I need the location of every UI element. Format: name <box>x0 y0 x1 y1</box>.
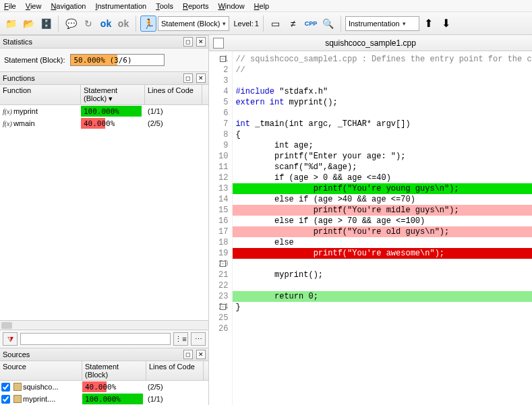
line-number: 1− <box>218 54 228 65</box>
code-line <box>233 259 532 270</box>
close-icon[interactable]: ✕ <box>196 73 206 83</box>
sources-table-body: squishco...40.000%(2/5)myprint....100.00… <box>0 381 208 405</box>
close-icon[interactable]: ✕ <box>196 37 206 46</box>
editor-filename: squishcoco_sample1.cpp <box>325 38 416 48</box>
code-line: { <box>233 129 532 140</box>
loc-cell: (2/5) <box>146 381 204 393</box>
code-view[interactable]: 1−234567891011121314151617181920−2122232… <box>209 51 532 405</box>
menubar: FileViewNavigationInstrumentationToolsRe… <box>0 0 532 12</box>
undock-icon[interactable]: ◻ <box>183 350 193 359</box>
function-row[interactable]: f(x) myprint100.000%(1/1) <box>0 105 208 117</box>
menu-help[interactable]: Help <box>254 2 270 10</box>
instrumentation-combo[interactable]: Instrumentation <box>345 16 419 31</box>
arrow-down-icon[interactable]: ⬇ <box>438 15 454 32</box>
line-number: 22 <box>218 280 228 291</box>
column-header[interactable]: Source <box>0 361 82 380</box>
folder-blank-icon[interactable]: ▭ <box>268 15 284 32</box>
arrow-up-icon[interactable]: ⬆ <box>421 15 437 32</box>
search-icon[interactable]: 🔍 <box>320 15 336 32</box>
code-line: // squishcoco_sample1.cpp : Defines the … <box>233 54 532 65</box>
sources-panel-header: Sources ◻ ✕ <box>0 348 208 361</box>
sources-table-header: SourceStatement (Block)Lines of Code <box>0 361 208 381</box>
open-folder-icon[interactable]: 📁 <box>3 15 19 32</box>
menu-view[interactable]: View <box>26 2 42 10</box>
menu-window[interactable]: Window <box>218 2 244 10</box>
column-header[interactable]: Lines of Code <box>145 85 202 104</box>
loc-cell: (1/1) <box>145 105 202 117</box>
ok-icon[interactable]: ok <box>98 15 114 32</box>
line-number: 25 <box>218 313 228 323</box>
line-number: 4 <box>218 86 228 97</box>
column-header[interactable]: Statement (Block) <box>82 361 146 380</box>
statistics-body: Statement (Block): 50.000% (3/6) <box>0 49 208 71</box>
line-number: 11 <box>218 162 228 173</box>
code-line <box>233 75 532 86</box>
fold-toggle[interactable]: − <box>220 261 226 267</box>
more-icon[interactable]: ⋯ <box>191 332 206 346</box>
menu-reports[interactable]: Reports <box>183 2 209 10</box>
level-label: Level: <box>233 20 253 28</box>
open-folder2-icon[interactable]: 📂 <box>20 15 36 32</box>
cpp-icon[interactable]: CPP <box>303 15 319 32</box>
undock-icon[interactable]: ◻ <box>183 37 193 46</box>
menu-tools[interactable]: Tools <box>156 2 173 10</box>
code-line: printf("You're old guys\n"); <box>233 226 532 237</box>
source-name: squishco... <box>12 381 82 393</box>
file-icon <box>213 38 224 49</box>
code-line: int _tmain(int argc, _TCHAR* argv[]) <box>233 119 532 129</box>
line-number: 17 <box>218 226 228 237</box>
separator <box>58 15 59 32</box>
db-icon[interactable]: 🗄️ <box>38 15 54 32</box>
stat-label: Statement (Block): <box>4 56 65 64</box>
line-number: 18 <box>218 237 228 248</box>
loc-cell: (1/1) <box>146 393 204 405</box>
line-number: 6 <box>218 108 228 119</box>
functions-filter-input[interactable] <box>20 333 171 345</box>
run-icon[interactable]: 🏃 <box>140 15 156 32</box>
source-row[interactable]: myprint....100.000%(1/1) <box>0 393 208 405</box>
function-row[interactable]: f(x) wmain40.000%(2/5) <box>0 117 208 129</box>
level-value: 1 <box>255 20 259 28</box>
code-line: scanf("%d",&age); <box>233 162 532 173</box>
functions-table-body: f(x) myprint100.000%(1/1)f(x) wmain40.00… <box>0 105 208 320</box>
line-number: 13 <box>218 183 228 194</box>
code-body: // squishcoco_sample1.cpp : Defines the … <box>233 51 532 405</box>
fold-toggle[interactable]: − <box>220 304 226 310</box>
filter-funnel-icon[interactable]: ⧩ <box>3 332 18 346</box>
line-number: 7 <box>218 119 228 129</box>
line-number: 20− <box>218 259 228 270</box>
menu-file[interactable]: File <box>4 2 16 10</box>
code-line: printf("You're young guys\n"); <box>233 183 532 194</box>
source-checkbox[interactable] <box>1 383 10 392</box>
comment-icon[interactable]: 💬 <box>63 15 79 32</box>
coverage-cell: 40.000% <box>81 117 145 129</box>
source-checkbox[interactable] <box>1 395 10 404</box>
ok-grey-icon[interactable]: ok <box>115 15 131 32</box>
code-line: myprint(); <box>233 270 532 280</box>
code-line: printf("You're awesome\n"); <box>233 248 532 259</box>
line-number: 8 <box>218 129 228 140</box>
menu-instrumentation[interactable]: Instrumentation <box>95 2 146 10</box>
column-header[interactable]: Function <box>0 85 81 104</box>
scrollbar-horizontal[interactable] <box>0 320 208 330</box>
fold-toggle[interactable]: − <box>220 56 226 62</box>
code-line <box>233 108 532 119</box>
panel-title: Sources <box>3 350 30 359</box>
coverage-type-combo[interactable]: Statement (Block) <box>158 16 229 31</box>
column-header[interactable]: Statement (Block) ▾ <box>81 85 145 104</box>
not-equal-icon[interactable]: ≠ <box>285 15 301 32</box>
source-row[interactable]: squishco...40.000%(2/5) <box>0 381 208 393</box>
menu-navigation[interactable]: Navigation <box>51 2 86 10</box>
separator <box>341 15 341 32</box>
undock-icon[interactable]: ◻ <box>183 73 193 83</box>
loc-cell: (2/5) <box>145 117 202 129</box>
refresh-icon[interactable]: ↻ <box>80 15 96 32</box>
coverage-cell: 100.000% <box>82 393 146 405</box>
code-line: return 0; <box>233 291 532 302</box>
line-number: 2 <box>218 65 228 75</box>
list-view-icon[interactable]: ⋮≡ <box>173 332 188 346</box>
close-icon[interactable]: ✕ <box>196 350 206 359</box>
statistics-panel-header: Statistics ◻ ✕ <box>0 35 208 49</box>
line-gutter: 1−234567891011121314151617181920−2122232… <box>209 51 233 405</box>
column-header[interactable]: Lines of Code <box>146 361 204 380</box>
